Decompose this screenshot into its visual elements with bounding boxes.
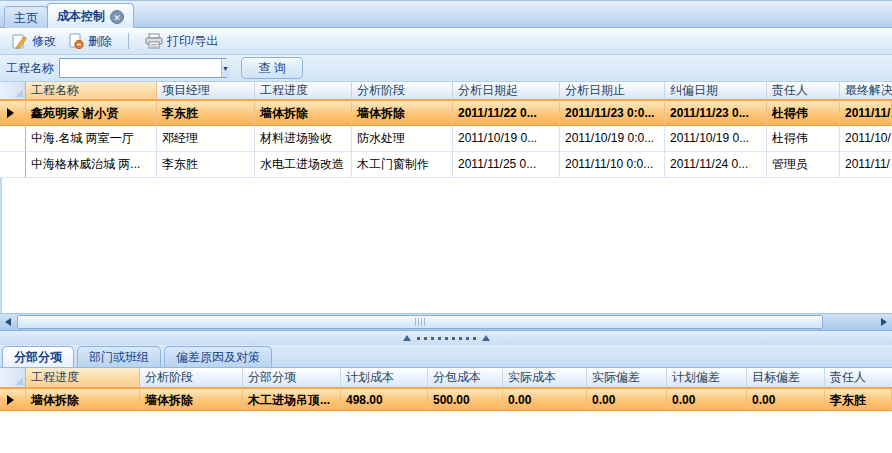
scrollbar-thumb[interactable]	[17, 315, 823, 329]
delete-label: 删除	[88, 33, 112, 50]
row-selector-cell[interactable]	[0, 388, 26, 411]
cell-project-name[interactable]: 中海.名城 两室一厅	[26, 126, 157, 152]
cell-progress[interactable]: 材料进场验收	[255, 126, 352, 152]
column-header-progress[interactable]: 工程进度	[255, 82, 352, 100]
query-button-label: 查 询	[258, 61, 285, 75]
cell-final-resolve[interactable]: 2011/11/	[840, 100, 892, 126]
combobox-dropdown-button[interactable]: ▼	[221, 59, 229, 77]
column-header-planned-deviation[interactable]: 计划偏差	[667, 368, 747, 388]
row-selector-cell[interactable]	[0, 100, 26, 126]
tab-department-team[interactable]: 部门或班组	[77, 346, 161, 367]
cell-analysis-date-end[interactable]: 2011/10/19 0:0...	[560, 126, 665, 152]
query-button[interactable]: 查 询	[241, 57, 303, 79]
cell-final-resolve[interactable]: 2011/11/	[840, 152, 892, 178]
column-header-target-deviation[interactable]: 目标偏差	[747, 368, 825, 388]
column-header-subdivision[interactable]: 分部分项	[243, 368, 341, 388]
panel-splitter[interactable]	[0, 331, 892, 345]
column-header-analysis-date-start[interactable]: 分析日期起	[453, 82, 560, 100]
cell-responsible[interactable]: 李东胜	[825, 388, 892, 411]
close-tab-icon[interactable]: ✕	[110, 10, 124, 24]
detail-table-body: 墙体拆除 墙体拆除 木工进场吊顶... 498.00 500.00 0.00 0…	[0, 388, 892, 411]
print-export-button[interactable]: 打印/导出	[139, 31, 224, 52]
row-selector-cell[interactable]	[0, 126, 26, 152]
cell-responsible[interactable]: 管理员	[767, 152, 840, 178]
thumb-grip-icon	[421, 318, 422, 326]
modify-button[interactable]: 修改	[6, 31, 62, 52]
cell-correction-date[interactable]: 2011/11/23 0...	[665, 100, 767, 126]
cell-analysis-date-start[interactable]: 2011/11/25 0...	[453, 152, 560, 178]
tab-deviation-causes[interactable]: 偏差原因及对策	[164, 346, 272, 367]
cell-correction-date[interactable]: 2011/11/24 0...	[665, 152, 767, 178]
column-header-subcontract-cost[interactable]: 分包成本	[428, 368, 503, 388]
cell-subdivision[interactable]: 木工进场吊顶...	[243, 388, 341, 411]
project-name-combobox[interactable]: ▼	[59, 58, 227, 78]
column-header-actual-cost[interactable]: 实际成本	[503, 368, 587, 388]
cell-progress[interactable]: 墙体拆除	[255, 100, 352, 126]
cell-analysis-date-end[interactable]: 2011/11/23 0:0...	[560, 100, 665, 126]
column-header-progress[interactable]: 工程进度	[26, 368, 140, 388]
detail-tabstrip: 分部分项 部门或班组 偏差原因及对策	[0, 345, 892, 368]
thumb-grip-icon	[418, 318, 419, 326]
tab-deviation-causes-label: 偏差原因及对策	[176, 350, 260, 364]
splitter-collapse-up-icon[interactable]	[403, 335, 411, 341]
tab-subdivision-items[interactable]: 分部分项	[2, 346, 74, 367]
table-row-selected[interactable]: 墙体拆除 墙体拆除 木工进场吊顶... 498.00 500.00 0.00 0…	[0, 388, 892, 411]
table-row-selected[interactable]: 鑫苑明家 谢小贤 李东胜 墙体拆除 墙体拆除 2011/11/22 0... 2…	[0, 100, 892, 126]
cell-analysis-stage[interactable]: 木工门窗制作	[352, 152, 453, 178]
cell-subcontract-cost[interactable]: 500.00	[428, 388, 503, 411]
project-name-input[interactable]	[60, 59, 221, 77]
row-selector-cell[interactable]	[0, 152, 26, 178]
select-all-cell[interactable]	[0, 82, 26, 100]
cell-analysis-date-start[interactable]: 2011/10/19 0...	[453, 126, 560, 152]
column-header-responsible[interactable]: 责任人	[767, 82, 840, 100]
cell-correction-date[interactable]: 2011/10/19 0...	[665, 126, 767, 152]
column-header-project-manager[interactable]: 项目经理	[157, 82, 255, 100]
splitter-collapse-up-icon[interactable]	[482, 335, 490, 341]
scroll-right-button[interactable]	[876, 314, 892, 330]
cell-analysis-date-start[interactable]: 2011/11/22 0...	[453, 100, 560, 126]
cell-project-manager[interactable]: 李东胜	[157, 152, 255, 178]
cell-analysis-stage[interactable]: 防水处理	[352, 126, 453, 152]
table-row[interactable]: 中海格林威治城 两... 李东胜 水电工进场改造 木工门窗制作 2011/11/…	[0, 152, 892, 178]
cell-responsible[interactable]: 杜得伟	[767, 100, 840, 126]
column-header-planned-cost[interactable]: 计划成本	[341, 368, 428, 388]
cell-progress[interactable]: 水电工进场改造	[255, 152, 352, 178]
cell-analysis-date-end[interactable]: 2011/11/10 0:0...	[560, 152, 665, 178]
thumb-grip-icon	[415, 318, 416, 326]
column-header-analysis-date-end[interactable]: 分析日期止	[560, 82, 665, 100]
tab-cost-control[interactable]: 成本控制 ✕	[47, 3, 134, 29]
cell-actual-deviation[interactable]: 0.00	[587, 388, 667, 411]
modify-label: 修改	[32, 33, 56, 50]
cell-project-name[interactable]: 中海格林威治城 两...	[26, 152, 157, 178]
column-header-analysis-stage[interactable]: 分析阶段	[140, 368, 243, 388]
cell-actual-cost[interactable]: 0.00	[503, 388, 587, 411]
tab-home[interactable]: 主页	[4, 6, 48, 29]
horizontal-scrollbar[interactable]	[0, 313, 892, 331]
toolbar-separator	[128, 33, 129, 49]
document-tabstrip: 主页 成本控制 ✕	[0, 0, 892, 28]
column-header-final-resolve[interactable]: 最终解决	[840, 82, 892, 100]
cell-planned-deviation[interactable]: 0.00	[667, 388, 747, 411]
column-header-actual-deviation[interactable]: 实际偏差	[587, 368, 667, 388]
scroll-left-button[interactable]	[0, 314, 16, 330]
table-row[interactable]: 中海.名城 两室一厅 邓经理 材料进场验收 防水处理 2011/10/19 0.…	[0, 126, 892, 152]
cell-planned-cost[interactable]: 498.00	[341, 388, 428, 411]
print-export-label: 打印/导出	[167, 33, 218, 50]
cell-analysis-stage[interactable]: 墙体拆除	[140, 388, 243, 411]
select-all-triangle-icon	[15, 89, 23, 97]
select-all-cell[interactable]	[0, 368, 26, 388]
column-header-correction-date[interactable]: 纠偏日期	[665, 82, 767, 100]
cell-progress[interactable]: 墙体拆除	[26, 388, 140, 411]
cell-project-name[interactable]: 鑫苑明家 谢小贤	[26, 100, 157, 126]
cell-target-deviation[interactable]: 0.00	[747, 388, 825, 411]
column-header-project-name[interactable]: 工程名称	[26, 82, 157, 100]
edit-pencil-icon	[12, 33, 28, 49]
cell-analysis-stage[interactable]: 墙体拆除	[352, 100, 453, 126]
cell-final-resolve[interactable]: 2011/10/	[840, 126, 892, 152]
column-header-responsible[interactable]: 责任人	[825, 368, 892, 388]
cell-responsible[interactable]: 杜得伟	[767, 126, 840, 152]
column-header-analysis-stage[interactable]: 分析阶段	[352, 82, 453, 100]
cell-project-manager[interactable]: 李东胜	[157, 100, 255, 126]
cell-project-manager[interactable]: 邓经理	[157, 126, 255, 152]
delete-button[interactable]: 删除	[62, 31, 118, 52]
